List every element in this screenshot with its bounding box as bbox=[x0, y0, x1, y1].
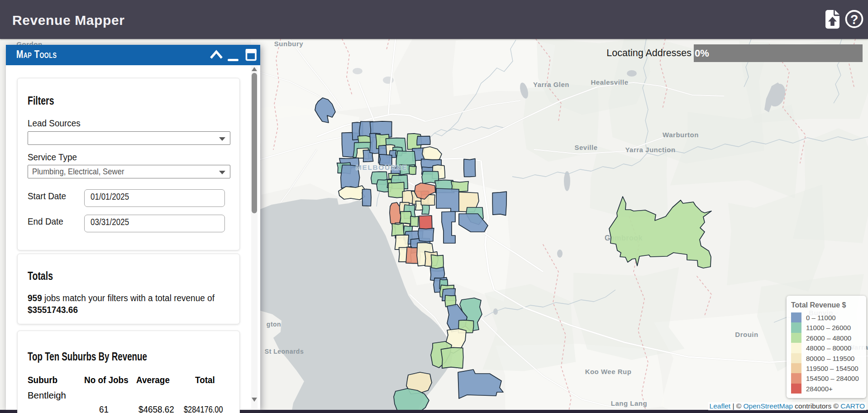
svg-text:?: ? bbox=[850, 12, 858, 27]
svg-text:Drouin: Drouin bbox=[735, 331, 758, 338]
svg-text:Yarra Glen: Yarra Glen bbox=[533, 81, 569, 88]
svg-text:MELBOURNE: MELBOURNE bbox=[356, 163, 407, 171]
svg-text:Yarra Junction: Yarra Junction bbox=[625, 146, 675, 154]
svg-text:Seville: Seville bbox=[574, 144, 597, 151]
svg-text:gton: gton bbox=[267, 321, 281, 328]
svg-text:Koo Wee Rup: Koo Wee Rup bbox=[585, 368, 632, 375]
svg-text:Lang Lang: Lang Lang bbox=[611, 399, 647, 407]
svg-text:Healesville: Healesville bbox=[591, 78, 628, 86]
svg-text:Warburton: Warburton bbox=[663, 131, 699, 139]
svg-text:St Leonards: St Leonards bbox=[265, 348, 304, 355]
svg-text:Sunbury: Sunbury bbox=[274, 40, 303, 48]
